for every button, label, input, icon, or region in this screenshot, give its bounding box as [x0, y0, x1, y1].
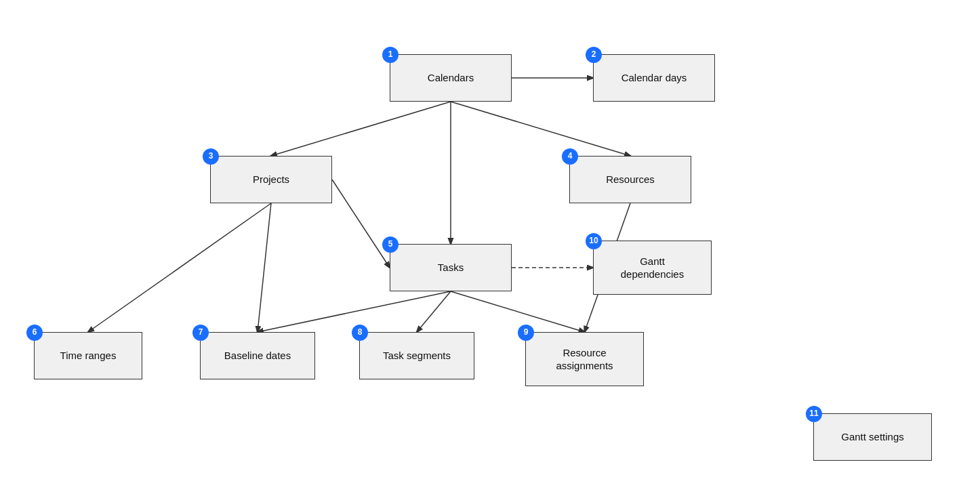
- badge-n7: 7: [192, 325, 209, 341]
- node-n3: 3Projects: [210, 156, 332, 203]
- node-n2: 2Calendar days: [593, 54, 715, 102]
- node-label-n1: Calendars: [428, 71, 474, 85]
- badge-n2: 2: [586, 47, 602, 63]
- svg-line-4: [332, 180, 390, 268]
- badge-n6: 6: [26, 325, 43, 341]
- diagram-container: 1Calendars2Calendar days3Projects4Resour…: [0, 0, 980, 498]
- svg-line-6: [258, 203, 271, 332]
- badge-n8: 8: [352, 325, 368, 341]
- node-n5: 5Tasks: [390, 244, 512, 291]
- svg-line-3: [451, 102, 630, 156]
- badge-n11: 11: [806, 406, 822, 422]
- badge-n9: 9: [518, 325, 534, 341]
- node-label-n4: Resources: [606, 173, 655, 186]
- svg-line-5: [88, 203, 271, 332]
- node-n1: 1Calendars: [390, 54, 512, 102]
- node-label-n11: Gantt settings: [841, 430, 904, 444]
- node-n9: 9Resource assignments: [525, 332, 644, 386]
- node-label-n3: Projects: [253, 173, 289, 186]
- node-n7: 7Baseline dates: [200, 332, 315, 379]
- node-n6: 6Time ranges: [34, 332, 142, 379]
- node-label-n10: Gantt dependencies: [621, 255, 684, 281]
- svg-line-1: [271, 102, 451, 156]
- node-label-n6: Time ranges: [60, 349, 117, 362]
- badge-n3: 3: [203, 148, 219, 165]
- badge-n10: 10: [586, 233, 602, 249]
- badge-n5: 5: [382, 236, 399, 253]
- node-label-n9: Resource assignments: [556, 346, 613, 373]
- node-label-n2: Calendar days: [621, 71, 687, 85]
- node-label-n7: Baseline dates: [224, 349, 291, 362]
- node-n11: 11Gantt settings: [813, 413, 932, 461]
- node-label-n5: Tasks: [438, 261, 464, 274]
- badge-n1: 1: [382, 47, 399, 63]
- badge-n4: 4: [562, 148, 578, 165]
- node-n4: 4Resources: [569, 156, 691, 203]
- node-label-n8: Task segments: [383, 349, 451, 362]
- node-n10: 10Gantt dependencies: [593, 241, 712, 295]
- svg-line-10: [451, 291, 585, 332]
- node-n8: 8Task segments: [359, 332, 474, 379]
- svg-line-9: [417, 291, 451, 332]
